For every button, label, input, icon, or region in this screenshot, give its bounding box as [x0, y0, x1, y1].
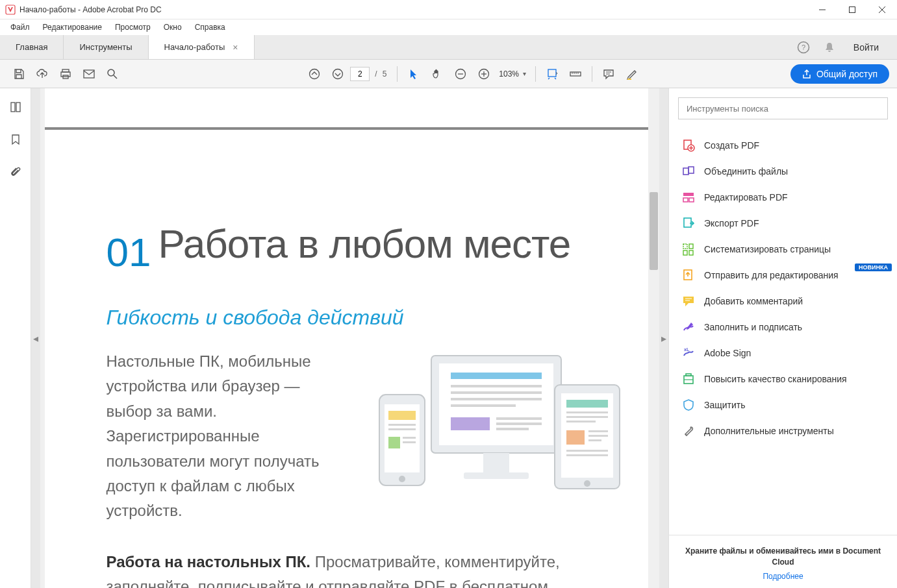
- tab-document[interactable]: Начало-работы ×: [149, 35, 255, 59]
- promo-box: Храните файлы и обменивайтесь ими в Docu…: [669, 535, 897, 588]
- menu-edit[interactable]: Редактирование: [36, 21, 108, 33]
- tool-label: Редактировать PDF: [704, 192, 788, 202]
- doc-para2-bold: Работа на настольных ПК.: [107, 553, 310, 570]
- menu-view[interactable]: Просмотр: [108, 21, 157, 33]
- hand-tool-button[interactable]: [426, 63, 448, 85]
- left-collapse-handle[interactable]: ◂: [31, 88, 40, 588]
- fit-width-button[interactable]: [541, 63, 563, 85]
- share-button[interactable]: Общий доступ: [790, 64, 889, 84]
- page-up-button[interactable]: [303, 63, 325, 85]
- zoom-value: 103%: [499, 69, 519, 79]
- tab-close-icon[interactable]: ×: [233, 42, 238, 53]
- tool-more[interactable]: Дополнительные инструменты: [669, 418, 897, 444]
- search-button[interactable]: [101, 63, 123, 85]
- svg-point-14: [333, 69, 343, 79]
- scan-icon: [682, 373, 695, 386]
- tool-create-pdf[interactable]: Создать PDF: [669, 132, 897, 158]
- svg-rect-43: [464, 472, 529, 479]
- cloud-button[interactable]: [31, 63, 53, 85]
- tab-home[interactable]: Главная: [0, 35, 64, 59]
- menu-help[interactable]: Справка: [188, 21, 232, 33]
- svg-text:xL: xL: [684, 347, 690, 352]
- menu-window[interactable]: Окно: [157, 21, 188, 33]
- tool-send-review[interactable]: Отправить для редактированияНОВИНКА: [669, 262, 897, 288]
- doc-body-text: Настольные ПК, мобильные устройства или …: [107, 349, 340, 524]
- export-pdf-icon: [682, 217, 695, 230]
- tab-tools[interactable]: Инструменты: [64, 35, 148, 59]
- adobe-sign-icon: xL: [682, 347, 695, 360]
- document-area: ◂ 01 Работа в любом месте Гибкость и сво…: [31, 88, 668, 588]
- tool-organize-pages[interactable]: Систематизировать страницы: [669, 236, 897, 262]
- print-button[interactable]: [55, 63, 77, 85]
- svg-point-11: [108, 69, 114, 76]
- svg-rect-64: [566, 454, 608, 456]
- tool-comment[interactable]: Добавить комментарий: [669, 288, 897, 314]
- app-icon: [5, 5, 16, 15]
- tool-protect[interactable]: Защитить: [669, 392, 897, 418]
- scrollbar-thumb[interactable]: [650, 192, 658, 270]
- attachments-button[interactable]: [8, 165, 23, 179]
- fill-sign-icon: [682, 321, 695, 334]
- zoom-dropdown[interactable]: ▾: [523, 70, 526, 77]
- bookmarks-button[interactable]: [8, 132, 23, 147]
- page-down-button[interactable]: [327, 63, 349, 85]
- tab-document-label: Начало-работы: [164, 42, 225, 52]
- notifications-button[interactable]: [822, 40, 837, 55]
- tool-adobe-sign[interactable]: xLAdobe Sign: [669, 340, 897, 366]
- menubar: Файл Редактирование Просмотр Окно Справк…: [0, 19, 897, 35]
- svg-rect-34: [451, 385, 542, 387]
- svg-rect-51: [403, 441, 416, 443]
- maximize-button[interactable]: [837, 0, 867, 19]
- svg-rect-21: [570, 72, 581, 76]
- menu-file[interactable]: Файл: [4, 21, 36, 33]
- mail-button[interactable]: [78, 63, 100, 85]
- document-scroll[interactable]: 01 Работа в любом месте Гибкость и свобо…: [40, 88, 659, 588]
- right-collapse-handle[interactable]: ▸: [659, 88, 668, 588]
- save-button[interactable]: [8, 63, 30, 85]
- tool-label: Adobe Sign: [704, 348, 751, 358]
- comment-button[interactable]: [598, 63, 620, 85]
- svg-rect-61: [588, 435, 608, 437]
- svg-rect-10: [84, 70, 94, 78]
- content-area: ◂ 01 Работа в любом месте Гибкость и сво…: [0, 88, 897, 588]
- window-controls: [807, 0, 897, 19]
- tool-edit-pdf[interactable]: Редактировать PDF: [669, 184, 897, 210]
- select-tool-button[interactable]: [403, 63, 425, 85]
- tool-enhance-scan[interactable]: Повысить качество сканирования: [669, 366, 897, 392]
- svg-rect-57: [566, 416, 608, 418]
- close-button[interactable]: [867, 0, 897, 19]
- minimize-button[interactable]: [807, 0, 837, 19]
- highlight-button[interactable]: [621, 63, 643, 85]
- tool-fill-sign[interactable]: Заполнить и подписать: [669, 314, 897, 340]
- zoom-in-button[interactable]: [473, 63, 495, 85]
- thumbnails-button[interactable]: [8, 100, 23, 114]
- svg-rect-46: [388, 411, 416, 420]
- scrollbar-track[interactable]: [648, 88, 659, 588]
- svg-line-12: [114, 75, 117, 79]
- zoom-out-button[interactable]: [449, 63, 472, 85]
- tabbar: Главная Инструменты Начало-работы × ? Во…: [0, 35, 897, 60]
- svg-rect-72: [683, 193, 694, 196]
- window-title: Начало-работы - Adobe Acrobat Pro DC: [19, 5, 807, 14]
- tools-search-box[interactable]: [678, 97, 888, 119]
- svg-rect-77: [689, 244, 693, 249]
- tool-combine[interactable]: Объединить файлы: [669, 158, 897, 184]
- svg-rect-75: [684, 218, 691, 227]
- help-button[interactable]: ?: [796, 40, 811, 55]
- share-icon: [802, 69, 811, 79]
- document-page: 01 Работа в любом месте Гибкость и свобо…: [45, 88, 655, 588]
- svg-rect-71: [689, 167, 694, 173]
- page-number-input[interactable]: [350, 67, 370, 81]
- svg-rect-62: [588, 439, 601, 441]
- svg-rect-47: [388, 424, 416, 426]
- tool-label: Добавить комментарий: [704, 296, 803, 306]
- promo-link[interactable]: Подробнее: [763, 572, 803, 581]
- tool-export-pdf[interactable]: Экспорт PDF: [669, 210, 897, 236]
- svg-rect-55: [566, 400, 608, 408]
- login-link[interactable]: Войти: [848, 42, 884, 53]
- svg-rect-50: [403, 437, 416, 439]
- tools-search-input[interactable]: [687, 104, 879, 114]
- svg-point-87: [685, 434, 687, 435]
- ruler-button[interactable]: [564, 63, 587, 85]
- svg-text:?: ?: [802, 43, 805, 51]
